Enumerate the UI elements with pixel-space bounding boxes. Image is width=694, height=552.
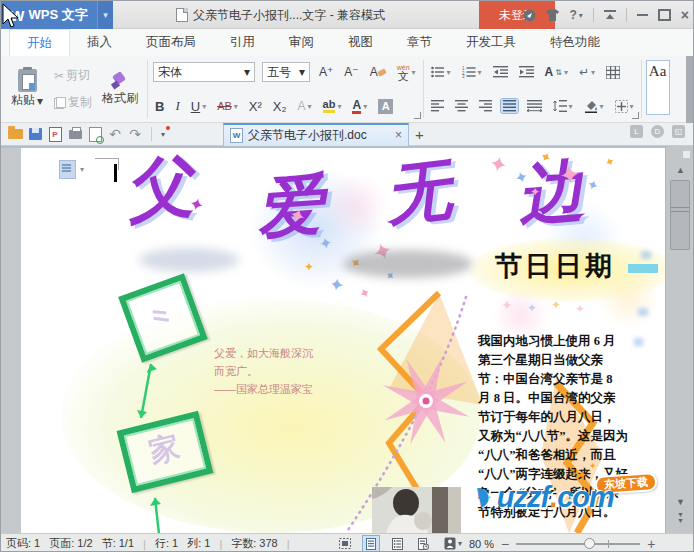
document-tab[interactable]: W 父亲节电子小报刊.doc × <box>223 123 409 146</box>
bold-button[interactable]: B <box>153 98 166 115</box>
word-count[interactable]: 字数: 378 <box>231 536 277 551</box>
zoom-level[interactable]: 80 % <box>469 538 494 550</box>
highlight-color-button[interactable]: ab▾ <box>321 98 344 114</box>
skin-tshirt-icon[interactable] <box>546 9 559 21</box>
font-group: 宋体▾ 五号▾ A⁺ A⁻ A wén文 ▾ B I U▾ AB▾ X² X₂ … <box>148 56 423 122</box>
task-pane-icon[interactable]: ◱ <box>672 125 685 138</box>
character-shading-button[interactable]: A <box>376 98 395 115</box>
wordart-char[interactable]: 父 <box>121 148 197 238</box>
quote-block[interactable]: 父爱，如大海般深沉 而宽广。 ——国家总理温家宝 <box>214 344 313 398</box>
export-pdf-button[interactable]: P <box>46 125 64 143</box>
tab-review[interactable]: 审阅 <box>272 29 331 56</box>
next-page-button[interactable]: ▼▼ <box>677 512 684 524</box>
shrink-font-button[interactable]: A⁻ <box>342 64 360 80</box>
justify-button[interactable] <box>501 99 518 113</box>
borders-icon <box>615 100 628 113</box>
scroll-up-button[interactable]: ▲ <box>676 166 685 175</box>
wordart-char[interactable]: 爱 <box>254 160 326 254</box>
increase-indent-button[interactable] <box>517 65 536 79</box>
star-icon: ✦ <box>530 186 540 198</box>
close-window-button[interactable]: × <box>681 10 689 20</box>
zoom-slider[interactable] <box>516 543 640 545</box>
close-document-button[interactable]: × <box>395 128 402 142</box>
table-grid-button[interactable] <box>604 65 622 80</box>
fullscreen-view-button[interactable] <box>337 536 353 551</box>
tab-special-features[interactable]: 特色功能 <box>533 29 617 56</box>
font-color-button[interactable]: A▾ <box>350 98 369 115</box>
text-direction-button[interactable]: A⇅▾ <box>543 64 570 80</box>
font-name-combobox[interactable]: 宋体▾ <box>153 62 255 82</box>
scrollbar-thumb[interactable] <box>670 180 690 250</box>
save-button[interactable] <box>26 125 44 143</box>
strikethrough-button[interactable]: AB▾ <box>215 99 240 113</box>
font-size-combobox[interactable]: 五号▾ <box>262 62 310 82</box>
superscript-button[interactable]: X² <box>247 98 264 115</box>
print-preview-button[interactable] <box>86 125 104 143</box>
clear-format-button[interactable]: A <box>368 64 388 80</box>
zoom-slider-thumb[interactable] <box>584 538 595 549</box>
customize-quickbar-button[interactable]: ▾ <box>157 125 169 143</box>
web-layout-view-button[interactable] <box>415 536 431 551</box>
grow-font-button[interactable]: A⁺ <box>317 64 335 80</box>
align-right-button[interactable] <box>477 99 494 113</box>
bullets-button[interactable]: ▾ <box>429 65 453 79</box>
wps-menu-dropdown[interactable]: ▾ <box>97 1 113 29</box>
decrease-indent-button[interactable] <box>491 65 510 79</box>
distribute-button[interactable] <box>525 99 544 113</box>
cut-button[interactable]: ✂剪切 <box>52 66 94 85</box>
pink-flower-shape[interactable] <box>371 346 481 456</box>
new-document-tab-button[interactable]: + <box>415 126 424 143</box>
tab-page-layout[interactable]: 页面布局 <box>129 29 213 56</box>
subscript-button[interactable]: X₂ <box>271 98 289 115</box>
shading-button[interactable]: ▾ <box>582 99 606 114</box>
paragraph-dialog-launcher[interactable] <box>632 112 639 119</box>
history-version-icon[interactable]: L <box>630 125 643 138</box>
vertical-scrollbar[interactable]: ▲ ▼ ▼▼ <box>665 146 694 533</box>
line-spacing-button[interactable]: ▾ <box>551 99 575 113</box>
copy-button[interactable]: 复制 <box>52 93 94 112</box>
format-painter-button[interactable]: 格式刷 <box>98 70 142 109</box>
italic-button[interactable]: I <box>173 97 181 115</box>
tab-developer[interactable]: 开发工具 <box>449 29 533 56</box>
paste-button[interactable]: 粘贴▾ <box>6 67 48 111</box>
ribbon-gallery-scroll[interactable] <box>686 56 693 123</box>
green-arrow-shape[interactable] <box>143 490 173 533</box>
styles-gallery[interactable]: Aa <box>646 60 670 115</box>
father-baby-photo[interactable] <box>372 487 461 533</box>
page-view-button[interactable] <box>363 536 379 551</box>
protect-mode-button[interactable]: ▾ <box>441 536 465 551</box>
paste-options-button[interactable]: ▾ <box>59 160 84 179</box>
font-dialog-launcher[interactable] <box>414 112 421 119</box>
tab-references[interactable]: 引用 <box>213 29 272 56</box>
scroll-down-button[interactable]: ▼ <box>676 498 685 507</box>
feedback-icon[interactable] <box>523 9 536 22</box>
maximize-button[interactable] <box>658 9 671 21</box>
align-left-button[interactable] <box>429 99 446 113</box>
wordart-char[interactable]: 无 <box>380 148 456 242</box>
collapse-ribbon-icon[interactable] <box>604 10 616 20</box>
section-heading[interactable]: 节日日期 <box>495 248 615 284</box>
numbering-button[interactable]: 123▾ <box>460 65 484 79</box>
zoom-out-button[interactable]: − <box>501 538 509 550</box>
show-paragraph-marks-button[interactable]: ↵▾ <box>577 64 597 80</box>
pinyin-guide-button[interactable]: wén文 ▾ <box>395 63 418 81</box>
minimize-button[interactable] <box>637 14 648 16</box>
tab-insert[interactable]: 插入 <box>70 29 129 56</box>
align-center-button[interactable] <box>453 99 470 113</box>
help-button[interactable]: ?▾ <box>569 8 582 22</box>
open-file-button[interactable] <box>6 125 24 143</box>
wps-writer-window: W WPS 文字 ▾ 父亲节电子小报刊....文字 - 兼容模式 未登录 ?▾ … <box>0 0 694 552</box>
redo-button[interactable]: ↷ <box>126 125 144 143</box>
undo-button[interactable]: ↶ <box>106 125 124 143</box>
tab-home[interactable]: 开始 <box>9 29 70 56</box>
zoom-in-button[interactable]: + <box>647 538 655 550</box>
tab-section[interactable]: 章节 <box>390 29 449 56</box>
text-effects-button[interactable]: A▾ <box>296 98 314 114</box>
outline-view-button[interactable] <box>389 536 405 551</box>
tab-view[interactable]: 视图 <box>331 29 390 56</box>
underline-button[interactable]: U▾ <box>189 98 208 115</box>
increase-indent-icon <box>519 66 534 78</box>
wps-cloud-icon[interactable]: D <box>651 125 664 138</box>
green-arrow-shape[interactable] <box>131 356 165 428</box>
print-button[interactable] <box>66 125 84 143</box>
